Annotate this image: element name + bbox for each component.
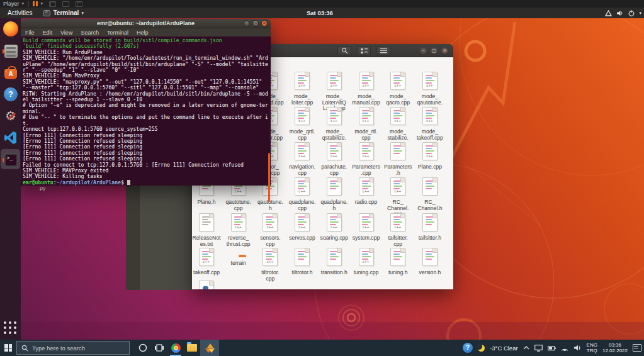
file-item[interactable]: c++mode_ LoiterAltQ Land.cpp — [319, 72, 350, 112]
file-item[interactable]: tuning.h — [382, 248, 414, 276]
file-item[interactable]: c++tiltrotor. cpp — [254, 248, 286, 282]
search-button[interactable] — [337, 46, 351, 55]
file-item[interactable]: c++soaring.cpp — [319, 213, 350, 242]
minimize-button[interactable]: − — [244, 20, 250, 26]
battery-tray-icon[interactable] — [548, 345, 556, 351]
dock-item-vscode[interactable] — [3, 130, 19, 146]
file-item[interactable]: c++tailsitter. cpp — [382, 213, 414, 247]
file-item[interactable]: c++mode_ stabilize. cpp — [382, 107, 414, 147]
menu-item-help[interactable]: Help — [137, 30, 149, 36]
file-item[interactable]: c++reverse_ thrust.cpp — [223, 213, 254, 247]
menu-item-view[interactable]: View — [60, 30, 72, 36]
file-item[interactable]: c++mode_qrtl. cpp — [286, 107, 318, 141]
file-name-label: tuning.cpp — [351, 270, 382, 276]
dock-item-firefox[interactable] — [3, 21, 19, 37]
file-item[interactable]: tiltrotor.h — [286, 248, 318, 276]
file-item[interactable]: RC_ Channel.h — [414, 177, 446, 211]
file-item[interactable]: terrain — [223, 248, 254, 267]
show-applications-button[interactable] — [4, 321, 17, 335]
tray-expand-caret-icon[interactable] — [523, 346, 529, 350]
taskbar-search-box[interactable]: Type here to search — [16, 341, 130, 355]
file-name-label: parachute. cpp — [319, 164, 350, 176]
menu-item-terminal[interactable]: Terminal — [107, 30, 128, 36]
file-item[interactable]: ReleaseNot es.txt — [192, 213, 222, 247]
terminal-scrollbar-handle[interactable] — [268, 153, 270, 202]
cortana-button[interactable] — [135, 340, 151, 356]
file-item[interactable]: tailsitter.h — [414, 213, 446, 242]
terminal-body[interactable]: Build commands will be stored in build/s… — [21, 36, 271, 186]
weather-text[interactable]: -3°C Clear — [490, 345, 517, 352]
cpp-file-icon: c++ — [390, 213, 405, 234]
maximize-button[interactable]: ▢ — [431, 47, 438, 54]
menu-button[interactable] — [376, 46, 390, 55]
clock[interactable]: Sat 03:36 — [307, 8, 333, 18]
taskbar-item-vmware-active[interactable] — [200, 340, 219, 356]
send-ctrl-alt-del-icon[interactable] — [49, 1, 56, 7]
file-item[interactable]: c++radio.cpp — [351, 177, 382, 206]
display-tray-icon[interactable] — [534, 345, 543, 352]
network-tray-icon[interactable] — [561, 345, 568, 351]
close-button[interactable]: ✕ — [261, 20, 268, 26]
taskbar-clock[interactable]: 03:3612.02.2022 — [602, 342, 628, 353]
volume-icon[interactable] — [616, 10, 624, 16]
file-item[interactable]: transition.h — [319, 248, 350, 276]
file-item[interactable]: c++mode_ qautotune. cpp — [414, 72, 446, 112]
file-name-label: Plane.h — [192, 199, 222, 206]
file-item[interactable]: c++tuning.cpp — [351, 248, 382, 276]
file-item[interactable]: Parameters .h — [382, 142, 414, 176]
taskbar-item-explorer[interactable] — [184, 340, 200, 356]
language-indicator[interactable]: ENGTRQ — [587, 342, 597, 353]
vmware-player-menu[interactable]: Player — [3, 0, 20, 8]
file-item[interactable]: c++sensors. cpp — [254, 213, 286, 247]
dock-item-files[interactable] — [3, 43, 19, 59]
file-item[interactable]: c++Parameters .cpp — [351, 142, 382, 176]
help-icon: ? — [4, 87, 18, 101]
file-item[interactable]: c++system.cpp — [351, 213, 382, 242]
menu-item-search[interactable]: Search — [81, 30, 99, 36]
dock-item-ubuntu-software[interactable]: A — [3, 64, 19, 81]
file-item[interactable]: c++RC_ Channel. cpp — [382, 177, 414, 218]
chevron-down-icon[interactable]: ▾ — [639, 11, 641, 16]
unity-mode-icon[interactable] — [76, 1, 82, 7]
get-help-icon[interactable]: ? — [463, 343, 473, 353]
cpp-file-icon: c++ — [390, 177, 405, 198]
view-toggle-button[interactable] — [357, 46, 371, 55]
weather-moon-icon[interactable] — [478, 345, 485, 352]
file-item[interactable]: version.h — [414, 248, 446, 276]
dock-item-help[interactable]: ? — [3, 86, 19, 103]
app-menu-terminal[interactable]: Terminal ▾ — [41, 8, 86, 18]
cpp-file-icon: c++ — [327, 213, 342, 234]
file-item[interactable]: c++mode_ qstabilize. cpp — [319, 107, 350, 147]
dock-item-terminal[interactable] — [3, 152, 19, 168]
file-item[interactable]: c++servos.cpp — [286, 213, 318, 242]
dock-item-settings[interactable]: ⚙ — [3, 108, 19, 124]
action-center-icon[interactable] — [633, 344, 641, 352]
pause-vm-button[interactable] — [33, 1, 38, 6]
activities-button[interactable]: Activities — [5, 8, 35, 18]
volume-tray-icon[interactable] — [573, 345, 582, 351]
file-item[interactable]: c++mode_rtl. cpp — [351, 107, 382, 141]
file-item[interactable]: c++Plane.cpp — [414, 142, 446, 170]
file-item[interactable]: c++mode_ qacro.cpp — [382, 72, 414, 106]
fullscreen-icon[interactable] — [62, 1, 69, 7]
menu-item-edit[interactable]: Edit — [43, 30, 53, 36]
file-item[interactable]: c++parachute. cpp — [319, 142, 350, 176]
task-view-button[interactable] — [151, 340, 167, 356]
file-item[interactable]: wscript — [192, 281, 222, 289]
close-button[interactable]: ✕ — [441, 47, 448, 54]
file-item[interactable]: c++mode_ loiter.cpp — [286, 72, 318, 106]
file-item[interactable]: c++quadplane. cpp — [286, 177, 318, 211]
maximize-button[interactable]: ▢ — [252, 20, 259, 26]
taskbar-item-chrome[interactable] — [167, 340, 184, 356]
file-item[interactable]: quadplane. h — [319, 177, 350, 211]
start-button[interactable] — [0, 340, 16, 356]
file-item[interactable]: c++takeoff.cpp — [192, 248, 222, 276]
menu-item-file[interactable]: File — [25, 30, 35, 36]
minimize-button[interactable]: − — [420, 47, 427, 54]
file-item[interactable]: c++mode_ manual.cpp — [351, 72, 382, 106]
network-icon[interactable] — [605, 10, 612, 16]
power-icon[interactable] — [628, 10, 635, 16]
terminal-titlebar[interactable]: emr@ubuntu: ~/ardupilot/ArduPlane − ▢ ✕ — [21, 19, 271, 28]
file-item[interactable]: c++mode_ takeoff.cpp — [414, 107, 446, 141]
file-item[interactable]: c++navigation. cpp — [286, 142, 318, 176]
